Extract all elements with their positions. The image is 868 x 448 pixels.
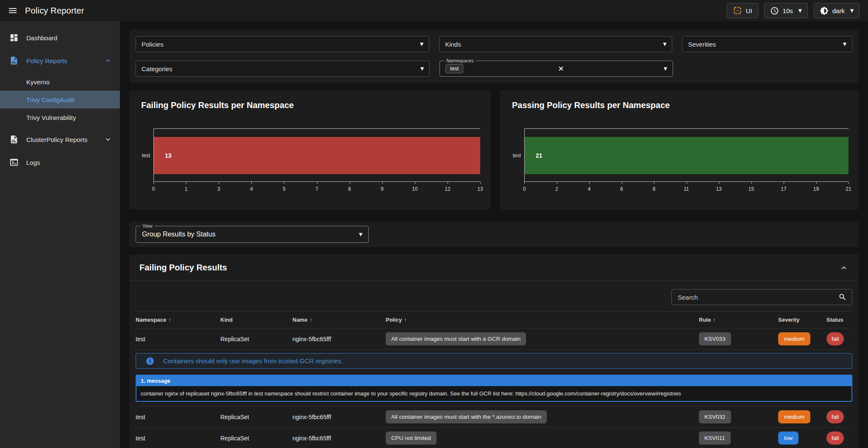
message-panel: 1. message container nginx of replicaset… bbox=[136, 375, 852, 402]
column-header-policy[interactable]: Policy↑ bbox=[386, 317, 699, 323]
rule-chip[interactable]: KSV032 bbox=[699, 410, 731, 423]
status-badge: fail bbox=[826, 332, 844, 345]
caret-down-icon: ▾ bbox=[850, 7, 854, 14]
severity-badge: low bbox=[778, 431, 798, 445]
axis-tick-label: 15 bbox=[748, 186, 754, 192]
charts-row: Failing Policy Results per Namespace tes… bbox=[129, 90, 859, 209]
search-icon[interactable] bbox=[838, 293, 847, 301]
axis-tick-label: 5 bbox=[283, 186, 286, 192]
chevron-down-icon bbox=[104, 135, 112, 144]
passing-bar[interactable]: 21 bbox=[525, 137, 849, 174]
kinds-select-label: Kinds bbox=[445, 41, 461, 48]
failing-chart-card: Failing Policy Results per Namespace tes… bbox=[129, 90, 490, 209]
severities-select-label: Severities bbox=[688, 41, 716, 48]
axis-tick-label: 8 bbox=[348, 186, 351, 192]
column-header-namespace[interactable]: Namespace↑ bbox=[136, 317, 220, 323]
y-axis-category-label: test bbox=[505, 137, 521, 174]
sidebar-item-policy-reports[interactable]: Policy Reports bbox=[0, 52, 120, 70]
sidebar-item-logs[interactable]: Logs bbox=[0, 153, 120, 171]
sidebar-item-dashboard[interactable]: Dashboard bbox=[0, 29, 120, 47]
axis-tick-label: 4 bbox=[588, 186, 591, 192]
failing-bar[interactable]: 13 bbox=[154, 137, 480, 174]
axis-tick-label: 11 bbox=[684, 186, 689, 192]
column-header-rule[interactable]: Rule↑ bbox=[699, 317, 778, 323]
clock-icon bbox=[770, 6, 779, 15]
policy-chip[interactable]: CPU not limited bbox=[386, 431, 437, 445]
cell-kind: ReplicaSet bbox=[220, 435, 292, 442]
table-row[interactable]: test ReplicaSet nginx-5fbc65fff All cont… bbox=[136, 406, 852, 428]
app-title: Policy Reporter bbox=[25, 6, 84, 16]
y-axis-category-label: test bbox=[134, 137, 150, 174]
caret-down-icon: ▾ bbox=[663, 41, 666, 47]
categories-select[interactable]: Categories ▾ bbox=[136, 61, 430, 77]
policies-select-label: Policies bbox=[142, 41, 164, 48]
bar-value-label: 13 bbox=[165, 137, 172, 174]
view-select[interactable]: View Group Results by Status ▾ bbox=[136, 226, 369, 243]
cell-namespace: test bbox=[136, 414, 220, 420]
policy-chip[interactable]: All container images must start with a G… bbox=[386, 332, 526, 345]
passing-chart-plot: test 21 bbox=[524, 128, 849, 182]
table-row[interactable]: test ReplicaSet nginx-5fbc65fff All cont… bbox=[136, 328, 852, 350]
search-input[interactable] bbox=[677, 293, 835, 301]
app-bar: Policy Reporter UI 10s ▾ dark ▾ bbox=[0, 0, 868, 21]
sidebar-item-label: Trivy Vulnerability bbox=[26, 114, 76, 121]
policy-chip[interactable]: All container images must start with the… bbox=[386, 410, 547, 423]
ui-frame-icon bbox=[733, 6, 742, 15]
column-header-name[interactable]: Name↑ bbox=[292, 317, 386, 323]
clear-icon[interactable]: ✕ bbox=[558, 64, 564, 73]
cell-namespace: test bbox=[136, 435, 220, 442]
column-header-severity[interactable]: Severity bbox=[778, 317, 826, 323]
axis-tick-label: 19 bbox=[813, 186, 819, 192]
sidebar-item-trivy-vulnerability[interactable]: Trivy Vulnerability bbox=[0, 109, 120, 126]
cell-name: nginx-5fbc65fff bbox=[292, 435, 386, 442]
refresh-interval-dropdown[interactable]: 10s ▾ bbox=[764, 3, 808, 18]
namespace-chip[interactable]: test bbox=[445, 64, 463, 73]
message-property-label: 1. message bbox=[136, 376, 851, 386]
namespaces-select[interactable]: Namespaces test ✕ ▾ bbox=[440, 61, 673, 77]
policies-select[interactable]: Policies ▾ bbox=[136, 36, 429, 52]
axis-tick-label: 8 bbox=[653, 186, 656, 192]
passing-chart-card: Passing Policy Results per Namespace tes… bbox=[500, 90, 859, 209]
sort-asc-icon: ↑ bbox=[404, 317, 407, 323]
axis-tick-label: 0 bbox=[523, 186, 526, 192]
axis-tick-label: 13 bbox=[477, 186, 483, 192]
axis-tick-label: 13 bbox=[716, 186, 721, 192]
sidebar-item-label: Trivy ConfigAudit bbox=[26, 96, 75, 103]
sidebar-item-label: Logs bbox=[26, 159, 40, 166]
search-field[interactable] bbox=[671, 289, 852, 305]
table-row[interactable]: test ReplicaSet nginx-5fbc65fff CPU not … bbox=[136, 428, 852, 448]
column-header-status[interactable]: Status bbox=[826, 317, 852, 323]
policy-description-text: Containers should only use images from t… bbox=[163, 357, 343, 365]
rule-chip[interactable]: KSV011 bbox=[699, 431, 731, 445]
theme-value: dark bbox=[832, 7, 845, 14]
sort-asc-icon: ↑ bbox=[713, 317, 716, 323]
view-card: View Group Results by Status ▾ bbox=[129, 222, 859, 247]
categories-select-label: Categories bbox=[142, 65, 172, 72]
caret-down-icon: ▾ bbox=[798, 7, 802, 14]
theme-dropdown[interactable]: dark ▾ bbox=[814, 3, 860, 18]
ui-button-label: UI bbox=[746, 7, 752, 14]
sidebar-item-label: Policy Reports bbox=[26, 57, 67, 64]
severity-badge: medium bbox=[778, 410, 810, 423]
collapse-chevron-up-icon[interactable] bbox=[839, 263, 849, 273]
kinds-select[interactable]: Kinds ▾ bbox=[439, 36, 672, 52]
sidebar-item-trivy-configaudit[interactable]: Trivy ConfigAudit bbox=[0, 91, 120, 109]
rule-chip[interactable]: KSV033 bbox=[699, 332, 731, 345]
file-chart-icon bbox=[9, 56, 19, 65]
sidebar-item-clusterpolicy-reports[interactable]: ClusterPolicy Reports bbox=[0, 131, 120, 148]
view-select-value: Group Results by Status bbox=[142, 231, 215, 238]
column-header-kind[interactable]: Kind bbox=[220, 317, 292, 323]
severities-select[interactable]: Severities ▾ bbox=[682, 36, 852, 52]
axis-tick-label: 7 bbox=[315, 186, 318, 192]
cell-namespace: test bbox=[136, 336, 220, 342]
cell-kind: ReplicaSet bbox=[220, 336, 292, 342]
bar-value-label: 21 bbox=[536, 137, 542, 174]
cell-name: nginx-5fbc65fff bbox=[292, 336, 386, 342]
menu-icon[interactable] bbox=[8, 6, 18, 16]
caret-down-icon: ▾ bbox=[420, 65, 424, 72]
results-toolbar bbox=[129, 281, 859, 311]
sidebar-item-kyverno[interactable]: Kyverno bbox=[0, 73, 120, 91]
cell-name: nginx-5fbc65fff bbox=[292, 414, 386, 420]
ui-button[interactable]: UI bbox=[727, 3, 758, 18]
axis-tick-label: 17 bbox=[781, 186, 786, 192]
